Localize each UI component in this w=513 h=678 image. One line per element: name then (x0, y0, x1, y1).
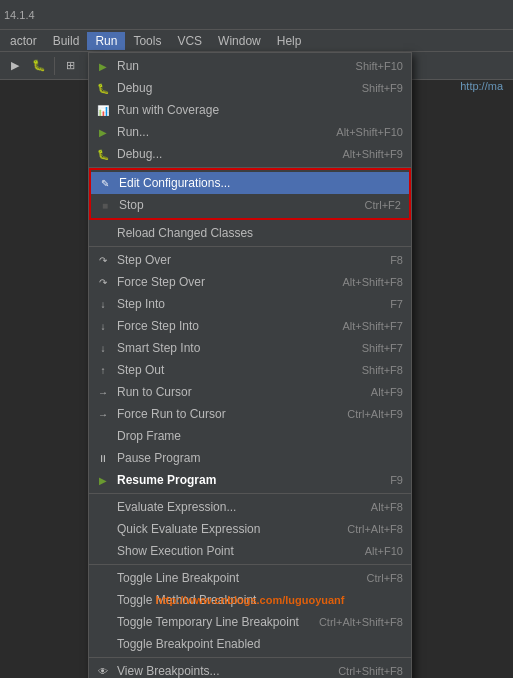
resume-shortcut: F9 (390, 474, 403, 486)
view-bp-label: View Breakpoints... (117, 664, 318, 678)
force-step-into-label: Force Step Into (117, 319, 322, 333)
toggle-line-bp-label: Toggle Line Breakpoint (117, 571, 347, 585)
evaluate-label: Evaluate Expression... (117, 500, 351, 514)
menu-toggle-line-bp-item[interactable]: Toggle Line Breakpoint Ctrl+F8 (89, 567, 411, 589)
view-bp-shortcut: Ctrl+Shift+F8 (338, 665, 403, 677)
run-cursor-shortcut: Alt+F9 (371, 386, 403, 398)
reload-label: Reload Changed Classes (117, 226, 403, 240)
menu-toggle-temp-bp-item[interactable]: Toggle Temporary Line Breakpoint Ctrl+Al… (89, 611, 411, 633)
menu-debug-item[interactable]: 🐛 Debug Shift+F9 (89, 77, 411, 99)
menu-step-over-item[interactable]: ↷ Step Over F8 (89, 249, 411, 271)
run-icon: ▶ (95, 58, 111, 74)
menu-drop-frame-item[interactable]: Drop Frame (89, 425, 411, 447)
menu-toggle-bp-enabled-item[interactable]: Toggle Breakpoint Enabled (89, 633, 411, 655)
force-run-cursor-icon: → (95, 406, 111, 422)
debug-shortcut: Shift+F9 (362, 82, 403, 94)
editor-hint: http://ma (460, 80, 503, 92)
menu-vcs[interactable]: VCS (169, 32, 210, 50)
resume-label: Resume Program (117, 473, 370, 487)
menu-run-cursor-item[interactable]: → Run to Cursor Alt+F9 (89, 381, 411, 403)
menu-tools[interactable]: Tools (125, 32, 169, 50)
smart-step-into-shortcut: Shift+F7 (362, 342, 403, 354)
step-out-shortcut: Shift+F8 (362, 364, 403, 376)
quick-evaluate-label: Quick Evaluate Expression (117, 522, 327, 536)
section-config: ✎ Edit Configurations... ■ Stop Ctrl+F2 (89, 168, 411, 220)
coverage-label: Run with Coverage (117, 103, 383, 117)
section-view-bp: 👁 View Breakpoints... Ctrl+Shift+F8 □ Ge… (89, 658, 411, 678)
run-btn[interactable]: ▶ (4, 55, 26, 77)
toggle-method-bp-label: Toggle Method Breakpoint (117, 593, 403, 607)
menu-force-step-over-item[interactable]: ↷ Force Step Over Alt+Shift+F8 (89, 271, 411, 293)
resume-icon: ▶ (95, 472, 111, 488)
menu-resume-item[interactable]: ▶ Resume Program F9 (89, 469, 411, 491)
step-into-icon: ↓ (95, 296, 111, 312)
menu-evaluate-item[interactable]: Evaluate Expression... Alt+F8 (89, 496, 411, 518)
toggle-bp-enabled-label: Toggle Breakpoint Enabled (117, 637, 403, 651)
menu-actor[interactable]: actor (2, 32, 45, 50)
stop-shortcut: Ctrl+F2 (365, 199, 401, 211)
dropdown-overlay: ▶ Run Shift+F10 🐛 Debug Shift+F9 📊 Run w… (88, 52, 412, 678)
toolbar-extra1[interactable]: ⊞ (59, 55, 81, 77)
menu-run-ellipsis-item[interactable]: ▶ Run... Alt+Shift+F10 (89, 121, 411, 143)
section-evaluate: Evaluate Expression... Alt+F8 Quick Eval… (89, 494, 411, 565)
menu-force-step-into-item[interactable]: ↓ Force Step Into Alt+Shift+F7 (89, 315, 411, 337)
edit-config-label: Edit Configurations... (119, 176, 381, 190)
show-exec-label: Show Execution Point (117, 544, 345, 558)
step-out-label: Step Out (117, 363, 342, 377)
menu-force-run-cursor-item[interactable]: → Force Run to Cursor Ctrl+Alt+F9 (89, 403, 411, 425)
force-step-over-icon: ↷ (95, 274, 111, 290)
run-ellipsis-icon: ▶ (95, 124, 111, 140)
force-step-over-label: Force Step Over (117, 275, 322, 289)
drop-frame-label: Drop Frame (117, 429, 403, 443)
menu-show-exec-item[interactable]: Show Execution Point Alt+F10 (89, 540, 411, 562)
menu-help[interactable]: Help (269, 32, 310, 50)
toggle-line-bp-shortcut: Ctrl+F8 (367, 572, 403, 584)
force-run-cursor-label: Force Run to Cursor (117, 407, 327, 421)
pause-label: Pause Program (117, 451, 403, 465)
menu-bar: actor Build Run Tools VCS Window Help (0, 30, 513, 52)
menu-view-bp-item[interactable]: 👁 View Breakpoints... Ctrl+Shift+F8 (89, 660, 411, 678)
section-step: ↷ Step Over F8 ↷ Force Step Over Alt+Shi… (89, 247, 411, 494)
menu-smart-step-into-item[interactable]: ↓ Smart Step Into Shift+F7 (89, 337, 411, 359)
section-reload: Reload Changed Classes (89, 220, 411, 247)
force-step-into-icon: ↓ (95, 318, 111, 334)
force-run-cursor-shortcut: Ctrl+Alt+F9 (347, 408, 403, 420)
menu-reload-item[interactable]: Reload Changed Classes (89, 222, 411, 244)
menu-quick-evaluate-item[interactable]: Quick Evaluate Expression Ctrl+Alt+F8 (89, 518, 411, 540)
smart-step-into-icon: ↓ (95, 340, 111, 356)
menu-debug-ellipsis-item[interactable]: 🐛 Debug... Alt+Shift+F9 (89, 143, 411, 165)
force-step-into-shortcut: Alt+Shift+F7 (342, 320, 403, 332)
step-over-shortcut: F8 (390, 254, 403, 266)
menu-run[interactable]: Run (87, 32, 125, 50)
run-cursor-label: Run to Cursor (117, 385, 351, 399)
run-dropdown-menu: ▶ Run Shift+F10 🐛 Debug Shift+F9 📊 Run w… (88, 52, 412, 678)
view-bp-icon: 👁 (95, 663, 111, 678)
menu-toggle-method-bp-item[interactable]: Toggle Method Breakpoint http://www.cnbl… (89, 589, 411, 611)
section-run-debug: ▶ Run Shift+F10 🐛 Debug Shift+F9 📊 Run w… (89, 53, 411, 168)
smart-step-into-label: Smart Step Into (117, 341, 342, 355)
menu-step-into-item[interactable]: ↓ Step Into F7 (89, 293, 411, 315)
debug-icon: 🐛 (95, 80, 111, 96)
debug-ellipsis-shortcut: Alt+Shift+F9 (342, 148, 403, 160)
menu-build[interactable]: Build (45, 32, 88, 50)
debug-btn[interactable]: 🐛 (28, 55, 50, 77)
menu-window[interactable]: Window (210, 32, 269, 50)
run-ellipsis-label: Run... (117, 125, 316, 139)
quick-evaluate-shortcut: Ctrl+Alt+F8 (347, 523, 403, 535)
menu-run-item[interactable]: ▶ Run Shift+F10 (89, 55, 411, 77)
menu-pause-item[interactable]: ⏸ Pause Program (89, 447, 411, 469)
run-label: Run (117, 59, 336, 73)
debug-label: Debug (117, 81, 342, 95)
stop-icon: ■ (97, 197, 113, 213)
menu-edit-config-item[interactable]: ✎ Edit Configurations... (91, 172, 409, 194)
toggle-temp-bp-label: Toggle Temporary Line Breakpoint (117, 615, 299, 629)
menu-stop-item[interactable]: ■ Stop Ctrl+F2 (91, 194, 409, 216)
run-ellipsis-shortcut: Alt+Shift+F10 (336, 126, 403, 138)
force-step-over-shortcut: Alt+Shift+F8 (342, 276, 403, 288)
debug-ellipsis-label: Debug... (117, 147, 322, 161)
menu-coverage-item[interactable]: 📊 Run with Coverage (89, 99, 411, 121)
pause-icon: ⏸ (95, 450, 111, 466)
version-label: 14.1.4 (4, 9, 35, 21)
toggle-temp-bp-shortcut: Ctrl+Alt+Shift+F8 (319, 616, 403, 628)
menu-step-out-item[interactable]: ↑ Step Out Shift+F8 (89, 359, 411, 381)
